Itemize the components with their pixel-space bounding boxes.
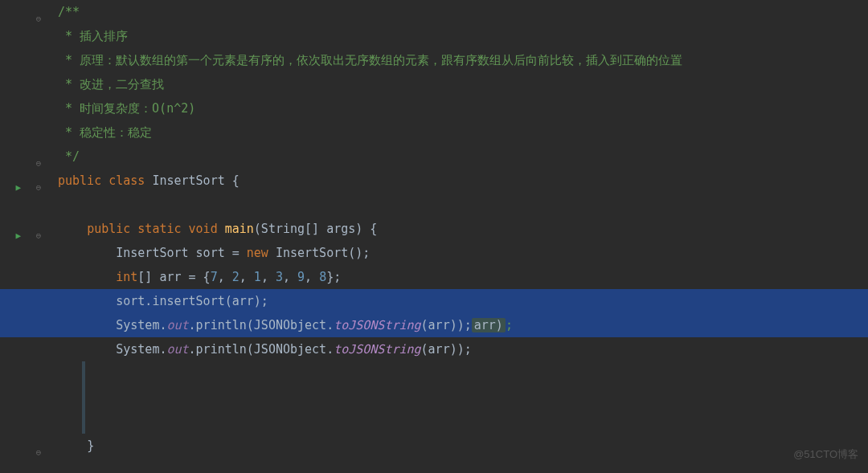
- code-line[interactable]: [58, 361, 868, 385]
- token-keyword: int: [116, 270, 137, 284]
- token-param: arr: [428, 342, 450, 357]
- token-punct: };: [326, 270, 341, 284]
- token-classname: System.: [116, 342, 166, 357]
- token-punct: [] arr = {: [137, 270, 210, 284]
- code-line[interactable]: InsertSort sort = new InsertSort();: [58, 241, 868, 265]
- token-classname: sort.insertSort(: [116, 294, 232, 308]
- token-comment: * 稳定性：稳定: [58, 125, 152, 140]
- token-punct: .println(JSONObject.: [189, 342, 334, 357]
- token-static: toJSONString: [334, 342, 420, 357]
- code-line[interactable]: * 时间复杂度：O(n^2): [58, 96, 868, 120]
- token-classname: InsertSort: [152, 173, 231, 188]
- fold-icon[interactable]: ⊖: [34, 176, 43, 200]
- token-comment: /**: [58, 5, 80, 19]
- token-keyword: public static void: [87, 222, 225, 236]
- token-punct: ,: [240, 270, 254, 284]
- watermark-text: @51CTO博客: [793, 442, 858, 467]
- code-line[interactable]: int[] arr = {7, 2, 1, 3, 9, 8};: [58, 265, 868, 289]
- code-line[interactable]: [58, 410, 868, 434]
- token-static: toJSONString: [334, 318, 420, 332]
- code-line[interactable]: * 原理：默认数组的第一个元素是有序的，依次取出无序数组的元素，跟有序数组从后向…: [58, 48, 868, 72]
- token-classname: InsertSort sort =: [116, 246, 247, 260]
- code-editor: ⊖⊖⊖⊖⊖▶▶💡 /** * 插入排序 * 原理：默认数组的第一个元素是有序的，…: [0, 0, 868, 473]
- token-keyword: new: [247, 246, 276, 260]
- token-punct: ));: [450, 342, 472, 357]
- token-classname: InsertSort();: [276, 246, 370, 260]
- token-param: arr: [428, 318, 450, 332]
- token-field: out: [166, 342, 188, 357]
- token-punct: (: [421, 318, 428, 332]
- token-classname: System.: [116, 318, 166, 332]
- token-punct: ,: [261, 270, 276, 284]
- token-punct: (String[] args) {: [254, 222, 378, 236]
- token-number: 9: [297, 270, 305, 284]
- token-method: main: [225, 222, 254, 236]
- code-line[interactable]: }: [58, 434, 868, 458]
- code-line[interactable]: public static void main(String[] args) {: [58, 217, 868, 241]
- fold-icon[interactable]: ⊖: [34, 152, 43, 176]
- run-icon[interactable]: ▶: [15, 224, 21, 248]
- token-comment: ;: [506, 318, 513, 332]
- token-punct: );: [254, 294, 268, 308]
- code-line[interactable]: sort.insertSort(arr);: [58, 289, 868, 313]
- token-number: 8: [319, 270, 326, 284]
- fold-icon[interactable]: ⊖: [34, 224, 43, 248]
- token-field: out: [166, 318, 188, 332]
- token-punct: ,: [305, 270, 319, 284]
- token-punct: ));: [450, 318, 472, 332]
- code-line[interactable]: */: [58, 145, 868, 169]
- token-number: 1: [254, 270, 261, 284]
- code-line[interactable]: * 插入排序: [58, 24, 868, 48]
- code-area[interactable]: /** * 插入排序 * 原理：默认数组的第一个元素是有序的，依次取出无序数组的…: [48, 0, 868, 473]
- code-line[interactable]: [58, 193, 868, 217]
- token-punct: ,: [218, 270, 232, 284]
- token-number: 2: [232, 270, 240, 284]
- token-punct: .println(JSONObject.: [189, 318, 334, 332]
- token-param: arr: [232, 294, 254, 308]
- token-keyword: public class: [58, 173, 152, 188]
- fold-icon[interactable]: ⊖: [34, 441, 43, 465]
- token-comment: O(n^2): [152, 101, 195, 116]
- code-line[interactable]: System.out.println(JSONObject.toJSONStri…: [58, 337, 868, 361]
- token-comment: * 插入排序: [58, 29, 128, 43]
- editor-gutter: ⊖⊖⊖⊖⊖▶▶💡: [0, 0, 48, 473]
- token-punct: }: [87, 438, 94, 453]
- token-punct: (: [421, 342, 428, 357]
- token-comment: */: [58, 149, 80, 164]
- token-comment: * 改进，二分查找: [58, 77, 164, 92]
- code-line[interactable]: * 改进，二分查找: [58, 72, 868, 96]
- code-line[interactable]: /**: [58, 0, 868, 24]
- token-comment: * 时间复杂度：: [58, 101, 152, 116]
- token-comment: * 原理：默认数组的第一个元素是有序的，依次取出无序数组的元素，跟有序数组从后向…: [58, 53, 682, 67]
- token-inline-hint: arr): [472, 318, 506, 332]
- run-icon[interactable]: ▶: [15, 176, 21, 200]
- code-line[interactable]: [58, 385, 868, 410]
- fold-icon[interactable]: ⊖: [34, 7, 43, 31]
- code-line[interactable]: public class InsertSort {: [58, 169, 868, 193]
- code-line[interactable]: System.out.println(JSONObject.toJSONStri…: [58, 313, 868, 337]
- token-punct: ,: [283, 270, 297, 284]
- token-number: 3: [276, 270, 283, 284]
- token-number: 7: [211, 270, 218, 284]
- code-line[interactable]: * 稳定性：稳定: [58, 120, 868, 145]
- token-punct: {: [232, 173, 240, 188]
